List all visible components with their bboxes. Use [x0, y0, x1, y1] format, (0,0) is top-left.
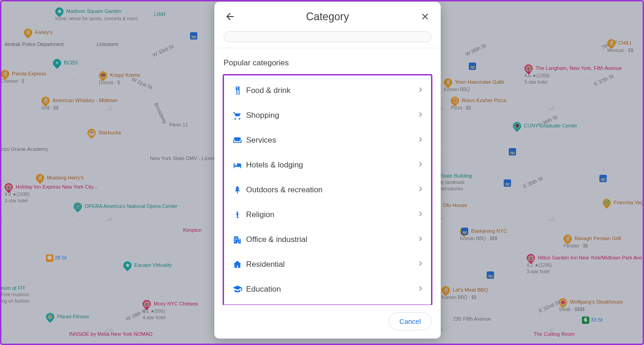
- category-item-hotels[interactable]: Hotels & lodging: [226, 153, 429, 178]
- poi-name: eum at FIT: [1, 285, 25, 291]
- street-label: W 35th St: [465, 42, 487, 57]
- pin-icon: 🍴: [22, 27, 34, 38]
- poi[interactable]: INNSiDE by Meliá New York NOMAD: [69, 331, 153, 338]
- poi[interactable]: The Cutting Room: [534, 331, 575, 338]
- poi-sub: Donuts · $: [99, 80, 120, 85]
- category-item-office[interactable]: Office & industrial: [226, 227, 429, 252]
- street-label: W 33rd St: [152, 43, 174, 58]
- category-label: Office & industrial: [246, 235, 416, 244]
- chevron-right-icon: [416, 110, 425, 121]
- poi[interactable]: nzo Gracie Academy: [1, 146, 48, 153]
- poi-name: BCBS: [64, 60, 78, 65]
- bed-icon: [229, 160, 246, 170]
- category-item-education[interactable]: Education: [226, 277, 429, 302]
- poi-name: 295 Fifth Avenue: [453, 316, 491, 322]
- modal-header: Category: [214, 2, 441, 31]
- poi[interactable]: ★ Escape Virtuality: [123, 261, 172, 270]
- poi-name: Escape Virtuality: [134, 262, 172, 268]
- category-item-services[interactable]: Services: [226, 128, 429, 153]
- subway-icon: 6: [582, 316, 589, 324]
- pin-icon: ☕: [86, 127, 97, 138]
- poi-name: INNSiDE by Meliá New York NOMAD: [69, 331, 153, 337]
- poi-name: Farley's: [35, 29, 52, 35]
- poi[interactable]: 🎓 CUNY Graduate Center: [513, 122, 577, 130]
- pin-icon: 🥩: [557, 296, 569, 308]
- poi-name: nzo Gracie Academy: [1, 146, 48, 152]
- poi[interactable]: Kimpton: [183, 227, 201, 234]
- poi[interactable]: eum at FIT Free museum ing on fashion: [1, 285, 29, 304]
- poi[interactable]: LIRR: [154, 12, 166, 18]
- poi[interactable]: 🍴 Farley's: [24, 29, 52, 37]
- category-label: Hotels & lodging: [246, 161, 416, 170]
- poi-name: Krispy Kreme: [110, 72, 140, 78]
- poi[interactable]: 🍴 Yoon Haeundae Galbi Korean BBQ: [444, 78, 504, 93]
- poi[interactable]: 🍴 Mustang Harry's: [36, 174, 84, 182]
- close-button[interactable]: [419, 10, 431, 23]
- poi-name: Starbucks: [98, 130, 121, 135]
- category-label: Outdoors & recreation: [246, 185, 416, 195]
- poi[interactable]: 🍴 Panda Express Chinese · $: [1, 70, 46, 85]
- poi[interactable]: ★ Madison Square Garden Iconic venue for…: [55, 7, 138, 22]
- poi[interactable]: Ofu House: [443, 202, 467, 209]
- poi-name: Wolfgang's Steakhouse: [570, 299, 623, 305]
- poi[interactable]: 🏨 The Langham, New York, Fifth Avenue 4.…: [524, 64, 622, 86]
- pray-icon: [229, 210, 246, 220]
- category-item-food[interactable]: Food & drink: [226, 78, 429, 103]
- poi[interactable]: 295 Fifth Avenue: [453, 316, 491, 322]
- poi[interactable]: 🍴 CHILI Mexican · $$: [607, 39, 633, 54]
- category-label: Residential: [246, 260, 416, 269]
- poi-sub: Korean BBQ · $$: [442, 295, 477, 300]
- street-label: Broadway: [153, 102, 168, 124]
- poi[interactable]: 🍴 Ravagh Persian Grill Persian · $$: [564, 235, 621, 249]
- poi-sub: Pizza · $$: [451, 105, 471, 110]
- street-label: E 35th St: [523, 175, 544, 189]
- poi[interactable]: Amtrak Police Department: [5, 41, 63, 48]
- pin-icon: 🍩: [97, 69, 109, 81]
- poi[interactable]: 🌿 Franchia Vegan: [603, 199, 644, 207]
- poi[interactable]: 🍩 Krispy Kreme Donuts · $: [99, 71, 140, 86]
- poi[interactable]: 🍕 Bravo Kosher Pizza Pizza · $$: [451, 97, 506, 111]
- poi[interactable]: 🍴 American Whiskey - Midtown Grill · $$: [41, 97, 118, 111]
- utensils-icon: [229, 86, 246, 96]
- poi[interactable]: • BCBS: [53, 59, 78, 67]
- poi[interactable]: Linkstorm: [97, 41, 119, 48]
- transit-icon: 🚌: [190, 32, 197, 40]
- poi-name: Ofu House: [443, 202, 467, 208]
- chevron-right-icon: [416, 259, 425, 270]
- back-button[interactable]: [224, 10, 236, 23]
- tree-icon: [229, 185, 246, 195]
- pin-icon: 🍴: [34, 172, 46, 184]
- category-item-residential[interactable]: Residential: [226, 252, 429, 277]
- poi[interactable]: M 28 St: [46, 254, 67, 262]
- pin-icon: ★: [53, 6, 65, 17]
- poi-sub: 4.6 ★(1269) 5-star hotel: [524, 73, 550, 85]
- poi[interactable]: 6 33 St: [582, 316, 603, 324]
- poi-name: Let's Meat BBQ: [453, 287, 488, 293]
- category-label: Religion: [246, 210, 416, 219]
- poi-name: Penn 11: [169, 122, 188, 127]
- cancel-button[interactable]: Cancel: [389, 312, 431, 330]
- category-item-outdoors[interactable]: Outdoors & recreation: [226, 178, 429, 202]
- poi[interactable]: 🥩 Wolfgang's Steakhouse Steak · $$$$: [559, 298, 623, 313]
- poi[interactable]: 🍴 Let's Meat BBQ Korean BBQ · $$: [442, 286, 488, 301]
- category-item-religion[interactable]: Religion: [226, 202, 429, 227]
- poi[interactable]: 🏨 Hilton Garden Inn New York/Midtown Par…: [527, 254, 642, 275]
- category-item-shopping[interactable]: Shopping: [226, 103, 429, 128]
- pin-icon: ★: [121, 259, 133, 271]
- poi[interactable]: 🏨 Moxy NYC Chelsea 4.1 ★(995) 4-star hot…: [143, 300, 198, 321]
- category-search-input[interactable]: [224, 31, 431, 42]
- category-label: Education: [246, 285, 416, 294]
- poi[interactable]: 🏨 Holiday Inn Express New York City... 4…: [5, 183, 98, 204]
- pin-icon: 🍴: [0, 68, 11, 80]
- sofa-icon: [229, 135, 246, 145]
- poi-name: Baekjeong NYC: [471, 228, 507, 234]
- poi[interactable]: Penn 11: [169, 122, 188, 128]
- poi-name: 33 St: [591, 317, 603, 322]
- poi-name: Madison Square Garden: [66, 8, 121, 14]
- poi-name: Mustang Harry's: [47, 175, 84, 180]
- poi[interactable]: 🎵 OPERA America's National Opera Center: [74, 202, 177, 211]
- poi[interactable]: ☕ Starbucks: [87, 129, 121, 137]
- poi[interactable]: ⛹ Planet Fitness: [46, 313, 89, 321]
- category-list-highlight: Food & drink Shopping Services: [223, 74, 432, 305]
- poi[interactable]: State Building ty landmark servatories: [441, 173, 472, 192]
